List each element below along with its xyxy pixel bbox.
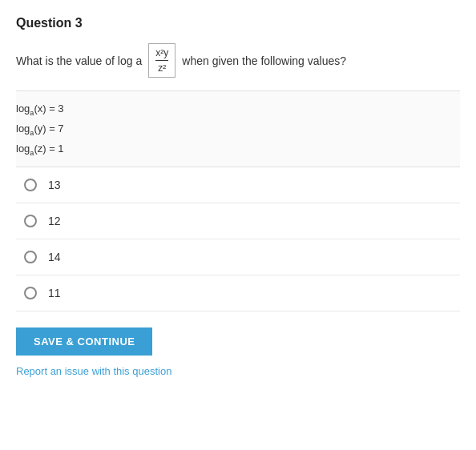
radio-3[interactable]	[24, 251, 37, 263]
radio-4[interactable]	[24, 287, 37, 299]
answer-options: 13 12 14 11	[16, 167, 460, 311]
question-text: What is the value of log a x²y z² when g…	[16, 43, 460, 78]
option-label-2: 12	[48, 215, 61, 227]
given-value-3: loga(z) = 1	[16, 139, 460, 159]
option-label-4: 11	[48, 287, 61, 299]
fraction: x²y z²	[148, 43, 175, 78]
option-label-1: 13	[48, 179, 61, 191]
answer-option-2[interactable]: 12	[16, 203, 460, 239]
answer-option-4[interactable]: 11	[16, 275, 460, 311]
fraction-numerator: x²y	[155, 47, 168, 61]
question-text-before: What is the value of log	[16, 54, 133, 67]
page-container: Question 3 What is the value of log a x²…	[0, 0, 476, 450]
radio-2[interactable]	[24, 215, 37, 227]
report-issue-link[interactable]: Report an issue with this question	[16, 365, 171, 377]
fraction-denominator: z²	[158, 62, 166, 74]
given-value-2: loga(y) = 7	[16, 119, 460, 139]
save-continue-button[interactable]: SAVE & CONTINUE	[16, 327, 152, 356]
option-label-3: 14	[48, 251, 61, 263]
radio-1[interactable]	[24, 179, 37, 191]
answer-option-3[interactable]: 14	[16, 239, 460, 275]
log-expression: a	[136, 54, 143, 67]
answer-option-1[interactable]: 13	[16, 167, 460, 203]
given-values: loga(x) = 3 loga(y) = 7 loga(z) = 1	[16, 90, 460, 167]
question-title: Question 3	[16, 16, 460, 30]
question-text-after: when given the following values?	[182, 54, 346, 67]
given-value-1: loga(x) = 3	[16, 99, 460, 119]
